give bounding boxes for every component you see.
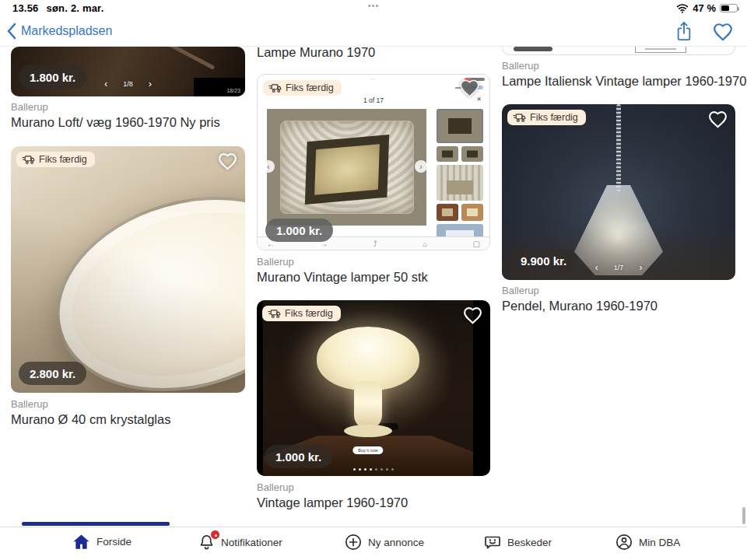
lamp-cord	[616, 104, 621, 191]
image-counter: 1 of 17	[258, 96, 489, 104]
listing-card-murano-krystalglas[interactable]: Fiks færdig 2.800 kr.	[11, 146, 245, 393]
listing-location: Ballerup	[502, 60, 539, 72]
fiks-faerdig-badge: Fiks færdig	[507, 110, 586, 125]
chevron-left-icon: ‹	[262, 160, 275, 173]
bell-icon	[198, 534, 215, 551]
tab-beskeder[interactable]: Beskeder	[484, 534, 552, 551]
pagination-label: 1/8	[123, 80, 133, 88]
fiks-faerdig-label: Fiks færdig	[285, 308, 333, 319]
truck-icon	[22, 155, 35, 165]
photo-square-lamp	[267, 109, 426, 226]
tab-forside[interactable]: Forside	[72, 534, 132, 550]
battery-icon	[720, 4, 738, 12]
listing-card-italiensk-partial[interactable]	[502, 47, 735, 55]
thumbnail	[437, 146, 458, 162]
listing-title[interactable]: Murano Ø 40 cm krystalglas	[11, 412, 170, 427]
lamp-glow	[314, 144, 380, 195]
screenshot-status-dots: ⋯	[370, 76, 377, 82]
battery-percent: 47 %	[693, 2, 716, 14]
fiks-faerdig-badge: Fiks færdig	[263, 80, 342, 96]
listing-card-pendel-murano[interactable]: Fiks færdig 9.900 kr. 1/7	[502, 104, 735, 280]
tab-label: Ny annonce	[368, 537, 424, 548]
price-badge: 1.000 kr.	[265, 445, 332, 468]
status-bar: 13.56søn. 2. mar. ••• 47 %	[0, 0, 747, 19]
listing-card-murano-loft[interactable]: 1.800 kr. 1/8 18/23	[11, 47, 245, 96]
back-label: Markedspladsen	[21, 24, 112, 38]
share-icon: ⤴	[374, 240, 377, 248]
fiks-faerdig-label: Fiks færdig	[530, 112, 578, 123]
listing-location: Ballerup	[502, 285, 539, 296]
favorite-heart-icon[interactable]	[459, 79, 480, 98]
listing-title[interactable]: Murano Vintage lamper 50 stk	[257, 270, 428, 285]
tabs-icon: ▢	[473, 240, 480, 248]
favorite-heart-icon[interactable]	[708, 110, 728, 128]
thumbnail	[437, 204, 458, 221]
listing-location: Ballerup	[257, 256, 294, 268]
active-tab-indicator	[22, 522, 170, 526]
nav-bar: Markedspladsen	[0, 19, 747, 47]
chat-smiley-icon	[484, 534, 501, 551]
tab-label: Forside	[96, 536, 132, 548]
lamp-frame	[304, 135, 388, 205]
thumbnail-strip	[437, 109, 483, 243]
tab-label: Beskeder	[507, 537, 552, 548]
price-badge: 2.800 kr.	[19, 362, 86, 385]
nav-actions	[675, 21, 733, 42]
person-circle-icon	[615, 534, 633, 551]
tab-ny-annonce[interactable]: Ny annonce	[345, 534, 424, 551]
tab-notifikationer[interactable]: Notifikationer	[198, 534, 282, 551]
listing-location: Ballerup	[257, 481, 294, 493]
thumbnail	[437, 165, 483, 201]
price-badge: 1.800 kr.	[19, 65, 86, 89]
truck-icon	[268, 83, 282, 93]
wifi-icon	[676, 3, 689, 13]
listing-card-murano-50stk[interactable]: ⋯ DEUTSCH DANSK 1 of 17 ✕ ‹ ›	[257, 74, 490, 250]
favorite-heart-icon[interactable]	[218, 152, 237, 170]
scrollbar-thumb[interactable]	[742, 507, 745, 524]
chevron-right-icon[interactable]	[639, 261, 642, 273]
tab-label: Notifikationer	[221, 537, 282, 548]
thumbnail	[461, 204, 483, 221]
fiks-faerdig-label: Fiks færdig	[286, 82, 334, 93]
carousel-dots	[353, 468, 394, 471]
tab-min-dba[interactable]: Min DBA	[615, 534, 680, 551]
photo-button-dark	[514, 47, 552, 51]
photo-detail	[110, 47, 216, 70]
status-time: 13.56	[12, 2, 39, 14]
status-right: 47 %	[676, 2, 738, 14]
multitask-dots-icon: •••	[368, 1, 380, 10]
lamp-base	[344, 425, 392, 437]
listing-location: Ballerup	[11, 101, 48, 113]
chevron-left-icon[interactable]	[594, 261, 598, 273]
listing-title[interactable]: Murano Loft/ væg 1960-1970 Ny pris	[11, 115, 220, 130]
chevron-left-icon[interactable]	[104, 78, 107, 89]
plus-circle-icon	[345, 534, 362, 551]
heart-icon[interactable]	[713, 23, 733, 41]
favorite-heart-icon[interactable]	[463, 306, 482, 324]
thumbnail	[437, 109, 483, 143]
pagination-label: 1/7	[614, 264, 624, 271]
listing-location: Ballerup	[11, 398, 48, 410]
thumbnail	[461, 146, 483, 162]
status-date: søn. 2. mar.	[47, 2, 104, 14]
chevron-right-icon[interactable]	[149, 78, 152, 89]
listing-title[interactable]: Vintage lamper 1960-1970	[257, 495, 408, 510]
listing-title[interactable]: Pendel, Murano 1960-1970	[502, 299, 658, 313]
photo-counter: 18/23	[194, 78, 245, 96]
tab-label: Min DBA	[639, 537, 680, 548]
price-badge: 1.000 kr.	[265, 219, 333, 242]
listing-title[interactable]: Lampe Murano 1970	[257, 45, 375, 60]
image-pagination: 1/7	[594, 261, 642, 273]
share-icon[interactable]	[675, 21, 693, 42]
back-button[interactable]: Markedspladsen	[6, 22, 112, 40]
listing-card-vintage-lamper[interactable]: Buy it now Fiks færdig 1.000 kr.	[257, 300, 490, 476]
home-icon: ⌂	[423, 240, 427, 248]
photo-shading	[11, 146, 245, 393]
listing-title[interactable]: Lampe Italiensk Vintage lamper 1960-1970	[502, 74, 746, 89]
status-time-date: 13.56søn. 2. mar.	[12, 2, 103, 14]
truck-icon	[513, 113, 526, 123]
fiks-faerdig-badge: Fiks færdig	[262, 306, 341, 321]
buy-it-now-pill: Buy it now	[352, 446, 383, 454]
fiks-faerdig-label: Fiks færdig	[39, 154, 87, 165]
chevron-right-icon: ›	[415, 160, 427, 173]
